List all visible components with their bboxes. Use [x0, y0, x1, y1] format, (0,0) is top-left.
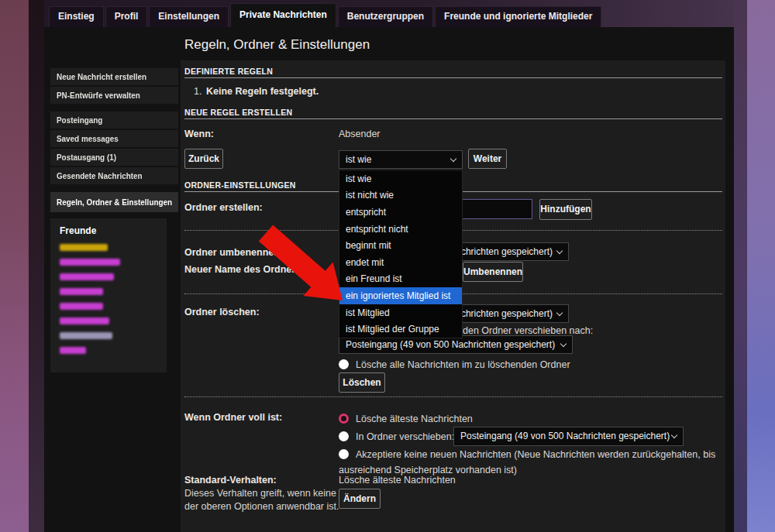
- page-title: Regeln, Ordner & Einstellungen: [184, 37, 370, 53]
- dropdown-option-ist-nicht-wie[interactable]: ist nicht wie: [339, 187, 462, 204]
- sidebar-item-gesendete[interactable]: Gesendete Nachrichten: [50, 167, 178, 184]
- delete-all-messages-label: Lösche alle Nachrichten im zu löschenden…: [356, 359, 570, 370]
- add-folder-button[interactable]: Hinzufügen: [539, 199, 592, 220]
- dropdown-option-ist-wie[interactable]: ist wie: [339, 170, 462, 187]
- tab-freunde-ignorierte[interactable]: Freunde und ignorierte Mitglieder: [435, 6, 601, 27]
- folder-full-move-select[interactable]: Posteingang (49 von 500 Nachrichten gesp…: [453, 427, 684, 446]
- rule-field-label: Absender: [339, 129, 381, 139]
- friends-title: Freunde: [60, 225, 157, 236]
- folder-full-move-select-value: Posteingang (49 von 500 Nachrichten gesp…: [460, 431, 670, 441]
- friend-name-redacted[interactable]: [60, 288, 103, 295]
- sidebar-item-postausgang[interactable]: Postausgang (1): [50, 149, 178, 166]
- tab-einstieg[interactable]: Einstieg: [49, 6, 104, 27]
- dotted-divider: [184, 396, 722, 397]
- tab-benutzergruppen[interactable]: Benutzergruppen: [338, 6, 433, 27]
- section-header-new-rule: NEUE REGEL ERSTELLEN: [184, 108, 292, 117]
- sidebar-item-label: Regeln, Ordner & Einstellungen: [57, 192, 172, 212]
- section-header-folder-settings: ORDNER-EINSTELLUNGEN: [184, 180, 296, 190]
- friend-name-redacted[interactable]: [60, 317, 109, 324]
- sidebar-item-label: Neue Nachricht erstellen: [57, 68, 146, 85]
- dropdown-option-beginnt-mit[interactable]: beginnt mit: [339, 237, 462, 254]
- folder-full-label: Wenn Ordner voll ist:: [184, 412, 282, 423]
- move-target-select-value: Posteingang (49 von 500 Nachrichten gesp…: [346, 339, 555, 350]
- tab-einstellungen[interactable]: Einstellungen: [149, 6, 229, 27]
- chevron-down-icon: [450, 156, 456, 162]
- condition-select[interactable]: ist wie: [339, 150, 463, 169]
- section-divider: [184, 118, 722, 119]
- rename-folder-label: Ordner umbenennen:: [184, 247, 283, 258]
- wallpaper-left-edge: [29, 0, 44, 532]
- dropdown-option-endet-mit[interactable]: endet mit: [339, 254, 462, 271]
- screen: Einstieg Profil Einstellungen Private Na…: [0, 0, 775, 532]
- sidebar-item-label: Saved messages: [57, 130, 119, 147]
- chevron-down-icon: [560, 341, 567, 347]
- radio-delete-oldest[interactable]: [339, 414, 349, 424]
- reject-option-row: Akzeptiere keine neuen Nachrichten (Neue…: [339, 447, 718, 478]
- friend-name-redacted[interactable]: [60, 273, 114, 280]
- radio-delete-all-messages[interactable]: [339, 359, 349, 369]
- sidebar-item-neue-nachricht[interactable]: Neue Nachricht erstellen: [50, 68, 178, 85]
- chevron-down-icon: [671, 432, 677, 438]
- dropdown-option-ein-ignoriertes-mitglied-ist[interactable]: ein ignoriertes Mitglied ist: [339, 287, 462, 304]
- sidebar-item-regeln-ordner-einstellungen[interactable]: Regeln, Ordner & Einstellungen: [50, 192, 178, 212]
- new-folder-name-label: Neuer Name des Ordners:: [184, 264, 304, 275]
- default-behavior-description: Dieses Verhalten greift, wenn keine der …: [184, 487, 343, 513]
- sidebar-group-compose: Neue Nachricht erstellen PN-Entwürfe ver…: [50, 68, 178, 104]
- tab-private-nachrichten[interactable]: Private Nachrichten: [230, 3, 336, 27]
- section-header-defined-rules: DEFINIERTE REGELN: [184, 67, 273, 76]
- dropdown-option-entspricht[interactable]: entspricht: [339, 204, 462, 221]
- rename-button[interactable]: Umbenennen: [463, 262, 523, 282]
- radio-move-to-folder[interactable]: [339, 431, 349, 441]
- ucp-tab-bar: Einstieg Profil Einstellungen Private Na…: [49, 6, 601, 27]
- change-default-button[interactable]: Ändern: [339, 489, 381, 509]
- sidebar-item-label: Gesendete Nachrichten: [57, 167, 143, 184]
- delete-folder-label: Ordner löschen:: [184, 307, 260, 317]
- move-messages-option-text: den Ordner verschieben nach:: [463, 325, 593, 336]
- condition-label: Wenn:: [184, 129, 214, 139]
- delete-folder-button[interactable]: Löschen: [339, 372, 385, 393]
- friend-name-redacted[interactable]: [60, 259, 120, 266]
- no-rules-text: Keine Regeln festgelegt.: [206, 86, 319, 97]
- wallpaper-left: [0, 0, 29, 532]
- friends-list: [60, 244, 157, 354]
- sidebar-item-label: Postausgang (1): [57, 149, 116, 166]
- sidebar-item-saved-messages[interactable]: Saved messages: [50, 130, 178, 147]
- sidebar: Neue Nachricht erstellen PN-Entwürfe ver…: [50, 68, 178, 372]
- radio-reject-new-messages[interactable]: [339, 449, 349, 459]
- delete-oldest-option-label: Lösche älteste Nachrichten: [356, 414, 473, 424]
- back-button[interactable]: Zurück: [184, 149, 223, 169]
- default-behavior-value: Lösche älteste Nachrichten: [339, 475, 456, 486]
- sidebar-item-label: PN-Entwürfe verwalten: [57, 87, 140, 104]
- create-folder-label: Ordner erstellen:: [184, 202, 263, 213]
- sidebar-item-label: Posteingang: [57, 112, 102, 129]
- next-button[interactable]: Weiter: [468, 149, 507, 169]
- sidebar-group-folders: Posteingang Saved messages Postausgang (…: [50, 112, 178, 184]
- rule-list-number: 1.: [194, 86, 202, 97]
- reject-option-label: Akzeptiere keine neuen Nachrichten (Neue…: [339, 449, 715, 475]
- wallpaper-right: [747, 0, 775, 532]
- friend-name-redacted[interactable]: [60, 244, 108, 251]
- section-divider: [184, 77, 722, 78]
- friend-name-redacted[interactable]: [60, 332, 112, 339]
- dropdown-option-ist-mitglied[interactable]: ist Mitglied: [339, 304, 462, 321]
- chevron-down-icon: [556, 310, 563, 316]
- friends-box: Freunde: [50, 218, 167, 372]
- dropdown-option-ist-mitglied-der-gruppe[interactable]: ist Mitglied der Gruppe: [339, 321, 462, 338]
- friend-name-redacted[interactable]: [60, 347, 86, 354]
- dropdown-option-entspricht-nicht[interactable]: entspricht nicht: [339, 221, 462, 238]
- tab-profil[interactable]: Profil: [105, 6, 148, 27]
- sidebar-item-pn-entwuerfe[interactable]: PN-Entwürfe verwalten: [50, 87, 178, 104]
- condition-select-value: ist wie: [346, 154, 371, 165]
- dropdown-option-ein-freund-ist[interactable]: ein Freund ist: [339, 271, 462, 288]
- chevron-down-icon: [556, 248, 563, 254]
- condition-dropdown-list: ist wie ist nicht wie entspricht entspri…: [339, 170, 463, 338]
- friend-name-redacted[interactable]: [60, 303, 103, 310]
- wallpaper-right-edge: [734, 0, 747, 532]
- sidebar-item-posteingang[interactable]: Posteingang: [50, 112, 178, 129]
- default-behavior-label: Standard-Verhalten:: [184, 475, 277, 486]
- move-to-folder-option-label: In Ordner verschieben:: [356, 431, 454, 442]
